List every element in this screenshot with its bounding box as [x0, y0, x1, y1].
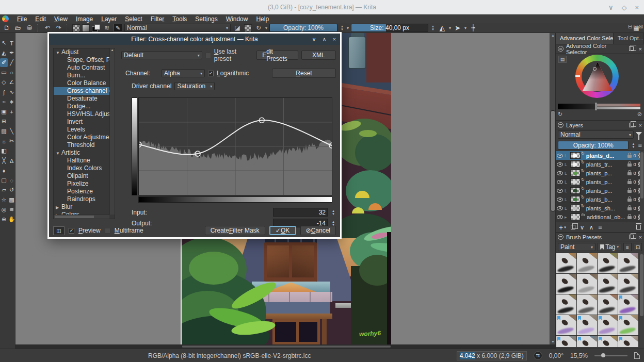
preset-combo[interactable]: Default ▾ [121, 51, 202, 59]
chevron-down-icon[interactable]: ▾ [347, 26, 349, 30]
save-icon[interactable]: ⛁ [25, 24, 34, 31]
rectangle-tool[interactable]: ▭ [0, 68, 8, 77]
brush-preset[interactable] [618, 315, 638, 335]
brush-presets-icon[interactable]: ≋ [102, 24, 111, 31]
filter-item[interactable]: Oilpaint [54, 172, 109, 180]
polyline-tool[interactable]: ∠ [8, 78, 15, 87]
preview-split-icon[interactable]: ◫ [53, 226, 65, 235]
layer-visibility-icon[interactable] [557, 154, 563, 158]
brush-grid-scrollbar[interactable] [639, 253, 644, 347]
bezier-select-tool[interactable]: ◎ [0, 205, 8, 214]
canvas-rotation-icon[interactable]: ⇆ [534, 351, 542, 360]
filter-item[interactable]: Levels [54, 126, 109, 134]
alpha-lock-icon[interactable]: α [633, 161, 636, 167]
input-spinbox[interactable]: 32 [273, 208, 328, 217]
alpha-lock-icon[interactable]: α [633, 205, 636, 211]
brush-preset[interactable] [598, 274, 618, 294]
enclose-fill-tool[interactable]: ╳ [0, 156, 8, 165]
mirror-horizontal-icon[interactable]: ◭ [438, 24, 447, 32]
lock-icon[interactable] [627, 199, 632, 202]
calligraphy-tool[interactable]: ✒ [8, 48, 15, 57]
alpha-lock-icon[interactable]: α [633, 153, 636, 158]
eraser-icon[interactable]: ◪ [233, 24, 242, 31]
undo-icon[interactable]: ↶ [43, 24, 52, 31]
filter-item[interactable]: Burn... [54, 72, 109, 79]
dynamic-brush-tool[interactable]: ≈ [0, 97, 8, 106]
layer-row[interactable]: L↻plants_d...α [556, 151, 644, 160]
opacity-slider[interactable]: Opacity: 100% [269, 24, 337, 32]
filter-item[interactable]: Halftone [54, 157, 109, 164]
brush-preset[interactable] [618, 253, 638, 273]
filter-item[interactable]: Threshold [54, 141, 109, 149]
delete-layer-button[interactable] [636, 225, 641, 230]
freehand-brush-tool[interactable]: ✐ [0, 58, 8, 67]
freehand-path-tool[interactable]: ∿ [8, 88, 15, 96]
alpha-lock-icon[interactable]: α [633, 179, 636, 185]
duplicate-layer-button[interactable] [571, 225, 575, 229]
alpha-lock-icon[interactable]: α [633, 188, 636, 193]
gradient-tool[interactable]: ▨ [0, 127, 8, 136]
move-layer-up-button[interactable]: ∧ [589, 224, 594, 231]
multiframe-checkbox[interactable]: ✓ [105, 228, 110, 234]
filter-item[interactable]: Raindrops [54, 195, 109, 203]
menu-item-select[interactable]: Select [121, 15, 146, 23]
lock-icon[interactable] [627, 216, 632, 219]
tag-button[interactable]: Tag ▾ [598, 243, 621, 251]
brush-preset[interactable] [577, 336, 597, 347]
zoom-slider-thumb[interactable] [601, 353, 605, 357]
window-minimize-button[interactable]: ∨ [608, 4, 614, 11]
add-layer-button[interactable]: + [559, 223, 563, 232]
chevron-down-icon[interactable]: ▾ [464, 26, 466, 30]
brush-preset[interactable] [577, 274, 597, 294]
filter-item[interactable]: Desaturate [54, 95, 109, 103]
brush-preset[interactable] [556, 315, 576, 335]
alpha-lock-icon[interactable]: α [633, 214, 636, 220]
menu-item-view[interactable]: View [50, 15, 72, 23]
menu-item-file[interactable]: File [13, 15, 31, 23]
reference-images-tool[interactable]: ♦ [0, 166, 8, 175]
layer-visibility-icon[interactable] [557, 189, 563, 193]
layer-name[interactable]: plants_d... [586, 153, 626, 159]
multibrush-tool[interactable]: ∗ [8, 97, 15, 106]
reset-button[interactable]: Reset [272, 69, 336, 78]
magnetic-select-tool[interactable]: ▩ [8, 195, 15, 204]
selector-settings-icon[interactable]: ▤ [558, 56, 567, 63]
channel-combo[interactable]: Alpha ▾ [162, 69, 205, 77]
select-shapes-tool[interactable]: ↖ [0, 39, 8, 47]
layer-row[interactable]: L↻plants_p...α [556, 186, 644, 195]
layer-opacity-slider[interactable]: Opacity: 100% [558, 141, 629, 150]
brush-preset[interactable] [577, 253, 597, 273]
layer-menu-icon[interactable]: ≡ [638, 141, 642, 149]
zoom-slider[interactable] [594, 355, 627, 356]
xml-button[interactable]: XML [301, 51, 336, 60]
layer-opacity-spinner[interactable]: ▲▼ [631, 142, 636, 149]
menu-item-tools[interactable]: Tools [168, 15, 191, 23]
text-tool[interactable]: T [8, 39, 15, 47]
freehand-select-tool[interactable]: ↺ [8, 186, 15, 194]
output-spinner[interactable]: ▲▼ [331, 220, 336, 226]
scrollbar-thumb[interactable] [640, 254, 643, 316]
driver-channel-combo[interactable]: Saturation ▾ [174, 82, 215, 90]
move-tool[interactable]: + [8, 107, 15, 116]
ok-button[interactable]: ✓OK [269, 226, 296, 235]
size-slider[interactable]: Size: 40,00 px [351, 24, 428, 32]
add-layer-dropdown-icon[interactable]: ▾ [564, 225, 566, 229]
reload-preset-icon[interactable]: ↻ [254, 24, 263, 31]
brush-preset[interactable] [577, 315, 597, 335]
lock-icon[interactable] [627, 190, 632, 193]
lock-icon[interactable] [627, 163, 632, 167]
filter-category[interactable]: ▼Adjust [54, 48, 109, 56]
filter-item[interactable]: Dodge... [54, 103, 109, 110]
edit-shapes-tool[interactable]: ◭ [0, 48, 8, 57]
trim-icon[interactable]: ┾ [469, 24, 478, 31]
layer-row[interactable]: ▸🗀additional_ob...α [556, 212, 644, 221]
layer-properties-button[interactable]: ≡ [598, 223, 602, 231]
menu-item-help[interactable]: Help [252, 15, 273, 23]
filter-item[interactable]: HSV/HSL Adjustme [54, 110, 109, 118]
brush-preset[interactable] [598, 253, 618, 273]
window-close-button[interactable]: × [635, 4, 639, 11]
refresh-icon[interactable]: ↻ [558, 111, 562, 118]
layer-row[interactable]: L↻plants_tr...α [556, 160, 644, 169]
lock-icon[interactable] [627, 181, 632, 184]
filter-item[interactable]: Auto Contrast [54, 64, 109, 72]
